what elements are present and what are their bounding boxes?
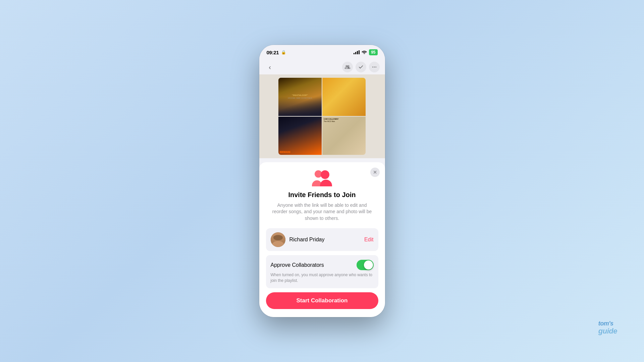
approve-toggle-row: Approve Collaborators When turned on, yo… <box>266 255 378 288</box>
edit-button[interactable]: Edit <box>364 237 374 243</box>
back-button[interactable]: ‹ <box>265 62 275 72</box>
watermark-guide: guide <box>598 327 617 335</box>
back-chevron-icon: ‹ <box>269 63 271 71</box>
watermark-text: tom's guide <box>598 319 617 335</box>
wifi-icon <box>362 50 367 55</box>
more-button[interactable] <box>369 62 380 72</box>
signal-icon <box>354 50 360 54</box>
start-collaboration-button[interactable]: Start Collaboration <box>266 292 378 309</box>
toggle-header: Approve Collaborators <box>271 260 374 270</box>
album-area: "DEATHLOOP"ORIGINAL GAME SOUNDTRACK BEMA… <box>259 74 385 158</box>
phone-frame: 09:21 🔒 95 ‹ <box>259 45 385 317</box>
toggle-knob <box>364 260 373 269</box>
nav-actions <box>342 62 380 72</box>
status-bar: 09:21 🔒 95 <box>259 45 385 60</box>
svg-point-2 <box>375 67 376 68</box>
modal-sheet: ✕ Invite Friends to Join Anyone with the… <box>259 162 385 317</box>
people-icon <box>345 64 350 70</box>
svg-point-1 <box>374 67 375 68</box>
approve-label: Approve Collaborators <box>271 262 324 268</box>
more-icon <box>372 64 377 70</box>
album-cell-bemani: BEMANI <box>278 117 322 155</box>
album-grid: "DEATHLOOP"ORIGINAL GAME SOUNDTRACK BEMA… <box>278 78 366 155</box>
album-cell-orange <box>322 78 366 116</box>
modal-title: Invite Friends to Join <box>266 191 378 199</box>
nav-bar: ‹ <box>259 60 385 74</box>
toggle-description: When turned on, you must approve anyone … <box>271 272 374 284</box>
status-time: 09:21 <box>267 50 279 55</box>
user-card: Richard Priday Edit <box>266 228 378 251</box>
people-button[interactable] <box>342 62 353 72</box>
checkmark-button[interactable] <box>356 62 366 72</box>
user-name: Richard Priday <box>289 237 360 243</box>
approve-toggle[interactable] <box>357 260 374 270</box>
avatar-image <box>271 232 285 247</box>
battery-indicator: 95 <box>369 49 377 55</box>
lock-icon: 🔒 <box>281 50 286 55</box>
status-icons: 95 <box>354 49 377 55</box>
album-cell-deathloop: "DEATHLOOP"ORIGINAL GAME SOUNDTRACK <box>278 78 322 116</box>
modal-subtitle: Anyone with the link will be able to edi… <box>266 202 378 222</box>
watermark-toms: tom's <box>598 320 613 327</box>
collaboration-icon <box>266 170 378 186</box>
svg-point-0 <box>372 67 373 68</box>
user-avatar <box>271 232 285 247</box>
checkmark-icon <box>358 64 364 70</box>
watermark: tom's guide <box>598 319 617 335</box>
collab-people-icon <box>312 170 332 186</box>
album-cell-calloway: CAB CALLOWAYThe HICO Man <box>322 117 366 155</box>
close-button[interactable]: ✕ <box>370 168 380 177</box>
